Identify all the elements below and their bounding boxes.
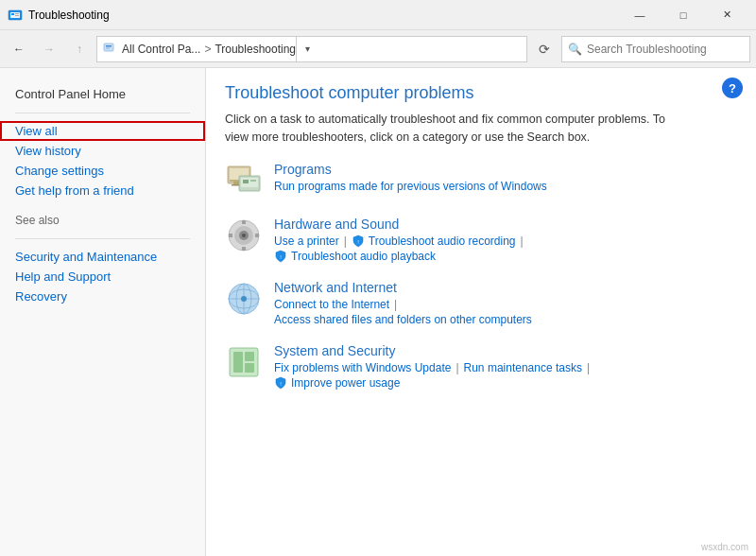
system-name[interactable]: System and Security [274,343,737,358]
content-title: Troubleshoot computer problems [225,83,737,103]
svg-rect-7 [106,47,110,48]
network-name[interactable]: Network and Internet [274,280,737,295]
shield-icon-3: ! [274,376,287,390]
shield-icon-1: ! [352,235,365,248]
system-links: Fix problems with Windows Update | Run m… [274,361,737,374]
network-icon [225,280,263,318]
sidebar-divider-2 [15,238,190,239]
hardware-link-audio-rec[interactable]: Troubleshoot audio recording [369,235,516,248]
breadcrumb-current: Troubleshooting [215,43,296,56]
watermark: wsxdn.com [701,542,748,552]
sidebar-divider-1 [15,113,190,113]
system-link-maintenance[interactable]: Run maintenance tasks [464,361,582,374]
svg-rect-36 [245,363,254,373]
address-box[interactable]: All Control Pa... > Troubleshooting ▾ [96,36,527,62]
close-button[interactable]: ✕ [705,0,748,30]
hardware-content: Hardware and Sound Use a printer | ! Tro… [274,217,737,263]
search-icon: 🔍 [568,43,582,56]
sidebar-recovery[interactable]: Recovery [0,287,205,306]
programs-links: Run programs made for previous versions … [274,180,737,193]
svg-rect-4 [15,15,19,16]
title-bar-title: Troubleshooting [28,9,618,22]
svg-rect-3 [15,13,19,14]
sidebar: Control Panel Home View all View history… [0,68,206,556]
svg-rect-34 [233,352,243,373]
help-button[interactable]: ? [722,78,743,98]
sidebar-view-all[interactable]: View all [0,121,205,141]
svg-rect-6 [106,45,112,47]
shield-icon-2: ! [274,250,287,263]
category-hardware: Hardware and Sound Use a printer | ! Tro… [225,217,737,263]
svg-point-32 [241,296,247,302]
category-network: Network and Internet Connect to the Inte… [225,280,737,326]
category-system: System and Security Fix problems with Wi… [225,343,737,390]
svg-rect-35 [245,352,254,361]
sidebar-change-settings[interactable]: Change settings [0,161,205,181]
programs-desc: Run programs made for previous versions … [274,180,547,193]
title-bar: Troubleshooting — □ ✕ [0,0,756,30]
search-input[interactable] [587,43,744,56]
system-link-power[interactable]: Improve power usage [291,376,400,390]
system-icon [225,343,263,381]
title-bar-controls: — □ ✕ [618,0,748,30]
network-links: Connect to the Internet | [274,298,737,311]
back-button[interactable]: ← [6,36,32,62]
sidebar-view-history[interactable]: View history [0,141,205,161]
hardware-icon [225,217,263,254]
sidebar-home[interactable]: Control Panel Home [0,79,205,105]
network-link-connect[interactable]: Connect to the Internet [274,298,389,311]
up-button[interactable]: ↑ [66,36,93,62]
address-dropdown[interactable]: ▾ [296,37,318,61]
system-links-2: ! Improve power usage [274,376,737,390]
minimize-button[interactable]: — [618,0,662,30]
svg-rect-16 [250,180,256,182]
svg-rect-23 [229,234,232,237]
network-links-2: Access shared files and folders on other… [274,313,737,326]
sidebar-get-help[interactable]: Get help from a friend [0,181,205,200]
content-area: ? Troubleshoot computer problems Click o… [206,68,756,556]
svg-rect-5 [104,43,113,51]
svg-rect-15 [243,180,249,183]
see-also-label: See also [0,200,205,231]
title-bar-icon [8,8,23,23]
system-link-windows-update[interactable]: Fix problems with Windows Update [274,361,451,374]
svg-rect-2 [11,13,14,15]
svg-rect-24 [255,234,259,237]
svg-point-20 [242,234,246,237]
search-box[interactable]: 🔍 [561,36,750,62]
hardware-name[interactable]: Hardware and Sound [274,217,737,232]
category-programs: Programs Run programs made for previous … [225,162,737,200]
forward-button[interactable]: → [36,36,62,62]
refresh-button[interactable]: ⟳ [531,36,558,62]
programs-name[interactable]: Programs [274,162,737,177]
hardware-links-2: ! Troubleshoot audio playback [274,250,737,263]
main-container: Control Panel Home View all View history… [0,68,756,556]
address-bar: ← → ↑ All Control Pa... > Troubleshootin… [0,30,756,68]
svg-rect-22 [242,247,246,251]
breadcrumb-parent: All Control Pa... [122,43,200,56]
system-content: System and Security Fix problems with Wi… [274,343,737,390]
network-link-shared[interactable]: Access shared files and folders on other… [274,313,532,326]
maximize-button[interactable]: □ [662,0,705,30]
hardware-link-audio-play[interactable]: Troubleshoot audio playback [291,250,436,263]
sidebar-security[interactable]: Security and Maintenance [0,247,205,267]
programs-icon [225,162,263,200]
content-description: Click on a task to automatically trouble… [225,111,679,147]
svg-rect-21 [242,220,246,224]
programs-content: Programs Run programs made for previous … [274,162,737,193]
hardware-link-printer[interactable]: Use a printer [274,235,339,248]
network-content: Network and Internet Connect to the Inte… [274,280,737,326]
sidebar-help-support[interactable]: Help and Support [0,267,205,287]
hardware-links: Use a printer | ! Troubleshoot audio rec… [274,235,737,248]
